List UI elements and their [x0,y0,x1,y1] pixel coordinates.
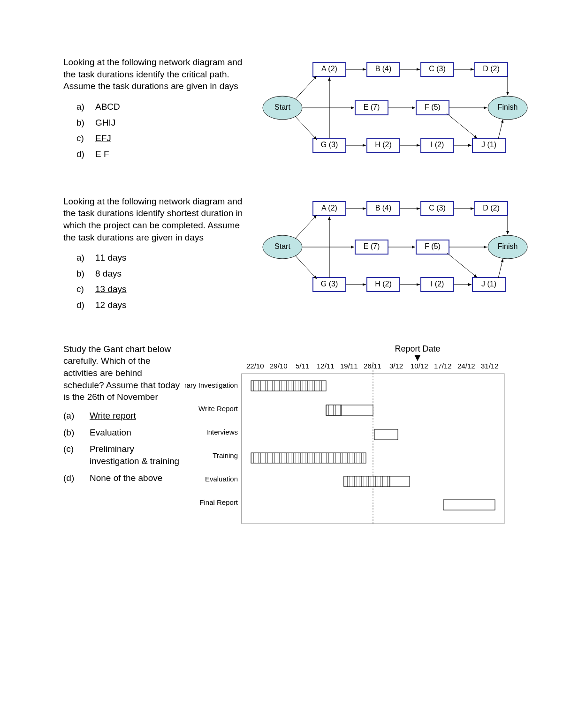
bar-interviews [374,429,398,440]
network-diagram-2: Start Finish A (2) B (4) C (3) D (2) E (… [261,195,529,303]
svg-text:H (2): H (2) [375,280,392,288]
node-g: G (3) [321,141,338,149]
q1-option-a: a)ABCD [76,101,251,113]
q3-options: (a)Write report (b)Evaluation (c)Prelimi… [63,410,181,484]
svg-rect-81 [326,405,342,415]
svg-text:F (5): F (5) [425,242,441,250]
svg-text:31/12: 31/12 [481,362,499,370]
svg-line-51 [295,215,317,239]
node-finish: Finish [498,103,518,111]
task-label: Final Report [199,498,238,506]
page: Looking at the following network diagram… [0,0,563,562]
q2-option-b: b)8 days [76,268,251,280]
svg-text:C (3): C (3) [429,204,446,212]
q1-diagram: Start Finish A (2) B (4) C (3) D (2) E (… [261,56,529,167]
q2-diagram: Start Finish A (2) B (4) C (3) D (2) E (… [261,195,529,315]
task-label: Evaluation [205,475,238,483]
svg-text:J (1): J (1) [481,280,496,288]
bar-preliminary [251,381,326,391]
svg-text:10/12: 10/12 [411,362,428,370]
node-i: I (2) [431,141,444,149]
svg-text:12/11: 12/11 [317,362,335,370]
q2-options: a)11 days b)8 days c)13 days d)12 days [63,252,251,311]
question-3: Study the Gant chart below carefully. Wh… [63,343,507,534]
svg-text:D (2): D (2) [483,204,500,212]
node-a: A (2) [321,65,337,73]
node-start: Start [274,103,290,111]
svg-text:19/11: 19/11 [340,362,358,370]
svg-rect-82 [344,476,390,487]
q3-prompt: Study the Gant chart below carefully. Wh… [63,343,181,403]
q1-option-d: d)E F [76,148,251,160]
svg-line-65 [447,253,477,278]
gantt-svg: 22/10 29/10 5/11 12/11 19/11 26/11 3/12 … [185,362,514,531]
question-2: Looking at the following network diagram… [63,195,507,315]
network-diagram-1: Start Finish A (2) B (4) C (3) D (2) E (… [261,56,529,164]
svg-text:29/10: 29/10 [270,362,288,370]
svg-text:5/11: 5/11 [296,362,309,370]
node-f: F (5) [425,103,441,111]
arrow-down-icon: ▼ [321,355,514,360]
q3-text: Study the Gant chart below carefully. Wh… [63,343,181,534]
q3-option-b: (b)Evaluation [63,427,181,439]
q1-option-c: c)EFJ [76,132,251,144]
gantt-dates: 22/10 29/10 5/11 12/11 19/11 26/11 3/12 … [246,362,499,370]
svg-line-25 [498,120,503,139]
node-h: H (2) [375,141,392,149]
svg-text:24/12: 24/12 [457,362,475,370]
svg-line-26 [447,113,477,138]
svg-text:22/10: 22/10 [246,362,264,370]
task-label: Training [213,451,238,459]
q2-option-d: d)12 days [76,299,251,311]
task-label: Interviews [206,428,238,436]
gantt-chart: Report Date ▼ 22/10 29/10 5/11 12/11 19/… [185,343,514,534]
svg-text:3/12: 3/12 [389,362,403,370]
node-b: B (4) [375,65,392,73]
svg-text:G (3): G (3) [321,280,338,288]
q2-option-c: c)13 days [76,283,251,295]
question-1: Looking at the following network diagram… [63,56,507,167]
svg-line-12 [295,76,317,99]
svg-text:26/11: 26/11 [364,362,381,370]
node-d: D (2) [483,65,500,73]
q1-option-b: b)GHIJ [76,117,251,129]
svg-line-53 [295,255,317,279]
q1-text: Looking at the following network diagram… [63,56,251,167]
q2-text: Looking at the following network diagram… [63,195,251,315]
node-j: J (1) [481,141,496,149]
svg-text:E (7): E (7) [364,242,380,250]
task-label: Preliminary Investigation [185,381,238,389]
svg-line-64 [498,259,503,278]
node-e: E (7) [364,103,380,111]
q3-option-a: (a)Write report [63,410,181,422]
svg-text:A (2): A (2) [321,204,337,212]
svg-text:B (4): B (4) [375,204,392,212]
svg-text:Finish: Finish [498,242,518,250]
svg-text:I (2): I (2) [431,280,444,288]
svg-line-14 [295,116,317,140]
q2-option-a: a)11 days [76,252,251,264]
q1-options: a)ABCD b)GHIJ c)EFJ d)E F [63,101,251,160]
svg-text:17/12: 17/12 [434,362,452,370]
bar-final-report [443,500,495,510]
task-label: Write Report [198,405,238,413]
q1-prompt: Looking at the following network diagram… [63,56,251,92]
q2-prompt: Looking at the following network diagram… [63,195,251,244]
svg-text:Start: Start [274,242,290,250]
node-c: C (3) [429,65,446,73]
q3-option-c: (c)Preliminary investigation & training [63,443,181,467]
bar-training [251,453,366,463]
q3-option-d: (d)None of the above [63,472,181,484]
